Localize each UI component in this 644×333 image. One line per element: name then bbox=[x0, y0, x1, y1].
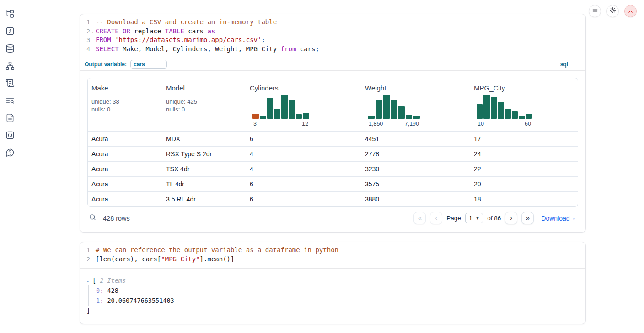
sidebar-item-variables[interactable] bbox=[5, 26, 16, 37]
histogram-bar[interactable] bbox=[252, 114, 259, 119]
shutdown-button[interactable] bbox=[624, 5, 637, 17]
histogram-bar[interactable] bbox=[512, 111, 518, 119]
histogram-bar[interactable] bbox=[413, 116, 420, 119]
code-text: -- Download a CSV and create an in-memor… bbox=[96, 18, 277, 27]
line-number: 1 bbox=[80, 18, 96, 27]
output-variable-row: Output variable: sql bbox=[80, 58, 585, 70]
table-cell: RSX Type S 2dr bbox=[162, 150, 246, 158]
sidebar-item-datasources[interactable] bbox=[5, 44, 16, 55]
sidebar-item-logs[interactable] bbox=[5, 79, 16, 90]
output-variable-input[interactable] bbox=[130, 60, 167, 69]
tree-close-bracket: ] bbox=[86, 306, 578, 316]
histogram-bar[interactable] bbox=[368, 116, 375, 119]
first-page-button[interactable]: « bbox=[413, 212, 426, 224]
table-cell: MDX bbox=[162, 135, 246, 143]
histogram-bar[interactable] bbox=[391, 100, 397, 119]
histogram-bar[interactable] bbox=[498, 102, 504, 119]
table-cell: Acura bbox=[88, 196, 162, 203]
histogram-bars bbox=[252, 95, 309, 119]
table-row[interactable]: Acura3.5 RL 4dr6388018 bbox=[88, 191, 578, 206]
sidebar-item-file-explorer[interactable] bbox=[5, 9, 16, 20]
sql-line-3[interactable]: 3FROM 'https://datasets.marimo.app/cars.… bbox=[80, 36, 585, 45]
dependency-graph-icon bbox=[5, 61, 15, 72]
sql-line-2[interactable]: 2⌄CREATE OR replace TABLE cars as bbox=[80, 27, 585, 36]
histogram-bar[interactable] bbox=[519, 116, 525, 119]
python-cell-output: ⌄ [ 2 Items 0: 4281: 20.060747663551403 … bbox=[80, 268, 585, 324]
code-text: # We can reference the output variable a… bbox=[96, 246, 338, 255]
table-search-button[interactable] bbox=[88, 214, 97, 223]
table-row[interactable]: AcuraMDX6445117 bbox=[88, 131, 578, 146]
table-row[interactable]: AcuraTSX 4dr4323022 bbox=[88, 161, 578, 176]
column-histogram-cylinders: 312 bbox=[252, 95, 309, 127]
table-cell: TSX 4dr bbox=[162, 165, 246, 173]
download-button[interactable]: Download ⌄ bbox=[541, 215, 576, 222]
column-header-cylinders[interactable]: Cylinders312 bbox=[246, 83, 361, 127]
histogram-bar[interactable] bbox=[296, 114, 302, 119]
sql-code-editor[interactable]: 1-- Download a CSV and create an in-memo… bbox=[80, 14, 585, 58]
column-header-weight[interactable]: Weight1,8507,190 bbox=[361, 83, 470, 127]
histogram-bar[interactable] bbox=[281, 95, 288, 119]
histogram-bar[interactable] bbox=[505, 109, 511, 119]
histogram-bar[interactable] bbox=[477, 104, 483, 119]
column-title: Cylinders bbox=[250, 83, 358, 92]
sidebar-item-outline[interactable] bbox=[5, 96, 16, 107]
database-icon bbox=[5, 44, 15, 55]
histogram-bar[interactable] bbox=[267, 98, 274, 119]
table-cell: 17 bbox=[470, 135, 578, 143]
sql-line-1[interactable]: 1-- Download a CSV and create an in-memo… bbox=[80, 18, 585, 27]
line-number: 1 bbox=[80, 246, 96, 255]
table-row[interactable]: AcuraTL 4dr6357520 bbox=[88, 176, 578, 191]
python-code-editor[interactable]: 1# We can reference the output variable … bbox=[80, 242, 585, 268]
chevron-down-icon: ▼ bbox=[475, 216, 479, 221]
menu-button[interactable] bbox=[589, 5, 601, 17]
page-select[interactable]: 1 ▼ bbox=[465, 213, 483, 223]
table-cell: 20 bbox=[470, 180, 578, 188]
histogram-bar[interactable] bbox=[289, 100, 295, 119]
code-square-icon bbox=[5, 131, 15, 142]
histogram-bar[interactable] bbox=[406, 115, 413, 119]
line-number: 3 bbox=[80, 36, 96, 45]
histogram-bar[interactable] bbox=[526, 114, 532, 119]
sidebar-item-dependencies[interactable] bbox=[5, 61, 16, 72]
column-header-model[interactable]: Modelunique: 425nulls: 0 bbox=[162, 83, 246, 127]
table-cell: 6 bbox=[246, 180, 361, 188]
python-cell: 1# We can reference the output variable … bbox=[80, 242, 586, 324]
chevron-down-icon: ⌄ bbox=[572, 216, 576, 221]
column-header-make[interactable]: Makeunique: 38nulls: 0 bbox=[88, 83, 162, 127]
table-cell: 6 bbox=[246, 196, 361, 203]
next-page-button[interactable]: › bbox=[505, 212, 517, 224]
table-row[interactable]: AcuraRSX Type S 2dr4277824 bbox=[88, 146, 578, 161]
histogram-bar[interactable] bbox=[376, 100, 382, 119]
table-cell: 3.5 RL 4dr bbox=[162, 196, 246, 203]
histogram-bar[interactable] bbox=[303, 113, 309, 119]
histogram-bar[interactable] bbox=[491, 97, 497, 119]
code-text: [len(cars), cars["MPG_City"].mean()] bbox=[96, 255, 234, 264]
column-header-mpg_city[interactable]: MPG_City1060 bbox=[470, 83, 578, 127]
code-text: SELECT Make, Model, Cylinders, Weight, M… bbox=[96, 45, 319, 54]
line-number: 2 bbox=[80, 255, 96, 264]
code-text: FROM 'https://datasets.marimo.app/cars.c… bbox=[96, 36, 265, 45]
column-stats: unique: 425nulls: 0 bbox=[166, 98, 242, 113]
histogram-bar[interactable] bbox=[274, 109, 280, 119]
prev-page-button[interactable]: ‹ bbox=[430, 212, 442, 224]
histogram-bar[interactable] bbox=[398, 106, 405, 119]
column-title: Model bbox=[166, 83, 242, 92]
last-page-button[interactable]: » bbox=[521, 212, 534, 224]
page-select-value: 1 bbox=[469, 215, 472, 222]
histogram-bar[interactable] bbox=[383, 95, 390, 119]
histogram-bar[interactable] bbox=[260, 116, 266, 119]
table-cell: TL 4dr bbox=[162, 180, 246, 188]
dataframe-table: Makeunique: 38nulls: 0Modelunique: 425nu… bbox=[87, 78, 578, 207]
settings-button[interactable] bbox=[606, 5, 619, 17]
file-text-icon bbox=[5, 113, 15, 124]
sidebar-item-help[interactable] bbox=[5, 148, 16, 159]
fold-chevron-icon[interactable]: ⌄ bbox=[90, 27, 96, 36]
sql-line-4[interactable]: 4SELECT Make, Model, Cylinders, Weight, … bbox=[80, 45, 585, 54]
sidebar-item-documentation[interactable] bbox=[5, 113, 16, 124]
python-line-2[interactable]: 2[len(cars), cars["MPG_City"].mean()] bbox=[80, 255, 585, 264]
python-line-1[interactable]: 1# We can reference the output variable … bbox=[80, 246, 585, 255]
sidebar-item-snippets[interactable] bbox=[5, 131, 16, 142]
tree-collapse-icon[interactable]: ⌄ bbox=[86, 275, 91, 285]
histogram-bar[interactable] bbox=[483, 95, 489, 119]
output-variable-label: Output variable: bbox=[85, 61, 127, 68]
